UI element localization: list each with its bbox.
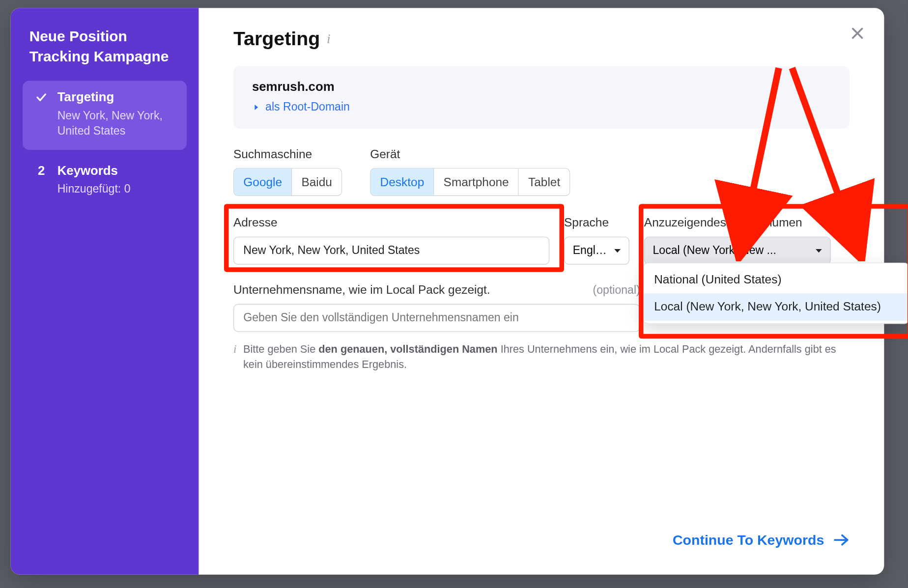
wizard-sidebar: Neue Position Tracking Kampagne Targetin…: [11, 8, 199, 574]
step-subtitle: Hinzugefügt: 0: [57, 182, 175, 197]
chevron-down-icon: [613, 246, 622, 255]
step-targeting[interactable]: Targeting New York, New York, United Sta…: [23, 81, 187, 150]
modal-dialog: Neue Position Tracking Kampagne Targetin…: [11, 8, 884, 574]
device-desktop[interactable]: Desktop: [371, 168, 434, 195]
continue-label: Continue To Keywords: [673, 532, 824, 548]
step-label: Keywords: [57, 164, 118, 178]
language-select[interactable]: English: [564, 237, 629, 265]
field-label: Unternehmensname, wie im Local Pack geze…: [233, 283, 490, 297]
info-icon[interactable]: i: [327, 31, 331, 47]
business-name-input[interactable]: [233, 304, 640, 332]
field-label: Sprache: [564, 216, 629, 230]
continue-button[interactable]: Continue To Keywords: [673, 532, 850, 548]
info-icon: i: [233, 341, 236, 372]
step-label: Targeting: [57, 90, 114, 105]
device-options: Desktop Smartphone Tablet: [370, 168, 570, 196]
sidebar-title: Neue Position Tracking Kampagne: [29, 27, 180, 66]
optional-hint: (optional): [593, 284, 640, 297]
search-engine-baidu[interactable]: Baidu: [292, 168, 341, 195]
field-label: Adresse: [233, 216, 549, 230]
page-title: Targeting i: [233, 28, 850, 50]
help-text: Bitte geben Sie: [243, 343, 318, 355]
help-text-bold: den genauen, vollständigen Namen: [318, 343, 497, 355]
device-smartphone[interactable]: Smartphone: [434, 168, 519, 195]
language-field: Sprache English: [564, 216, 629, 265]
domain-link-label: als Root-Domain: [265, 101, 350, 114]
domain-card: semrush.com als Root-Domain: [233, 66, 850, 129]
device-field: Gerät Desktop Smartphone Tablet: [370, 147, 570, 196]
domain-name: semrush.com: [252, 79, 831, 94]
volume-option-local[interactable]: Local (New York, New York, United States…: [644, 293, 908, 321]
chevron-right-icon: [252, 103, 260, 111]
search-volume-select[interactable]: Local (New York, New ...: [644, 237, 831, 265]
step-number: 2: [35, 164, 48, 178]
step-subtitle: New York, New York, United States: [57, 109, 175, 140]
search-engine-field: Suchmaschine Google Baidu: [233, 147, 342, 196]
address-input[interactable]: [233, 237, 549, 265]
business-name-help: i Bitte geben Sie den genauen, vollständ…: [233, 341, 850, 372]
chevron-down-icon: [814, 246, 823, 255]
main-panel: Targeting i semrush.com als Root-Domain …: [199, 8, 884, 574]
address-field: Adresse: [233, 216, 549, 265]
arrow-right-icon: [833, 533, 850, 547]
search-volume-dropdown: National (United States) Local (New York…: [643, 263, 908, 324]
device-tablet[interactable]: Tablet: [519, 168, 569, 195]
field-label: Anzuzeigendes Suchvolumen: [644, 216, 831, 230]
search-engine-google[interactable]: Google: [234, 168, 292, 195]
page-title-text: Targeting: [233, 28, 320, 50]
field-label: Gerät: [370, 147, 570, 161]
search-volume-field: Anzuzeigendes Suchvolumen Local (New Yor…: [644, 216, 831, 265]
volume-option-national[interactable]: National (United States): [644, 266, 908, 293]
close-button[interactable]: [847, 23, 868, 44]
language-value: English: [573, 244, 608, 257]
business-name-label-row: Unternehmensname, wie im Local Pack geze…: [233, 283, 640, 297]
search-volume-value: Local (New York, New ...: [653, 244, 776, 257]
check-icon: [35, 91, 48, 103]
domain-type-link[interactable]: als Root-Domain: [252, 101, 831, 114]
field-label: Suchmaschine: [233, 147, 342, 161]
step-keywords[interactable]: 2 Keywords Hinzugefügt: 0: [23, 154, 187, 208]
search-engine-options: Google Baidu: [233, 168, 342, 196]
